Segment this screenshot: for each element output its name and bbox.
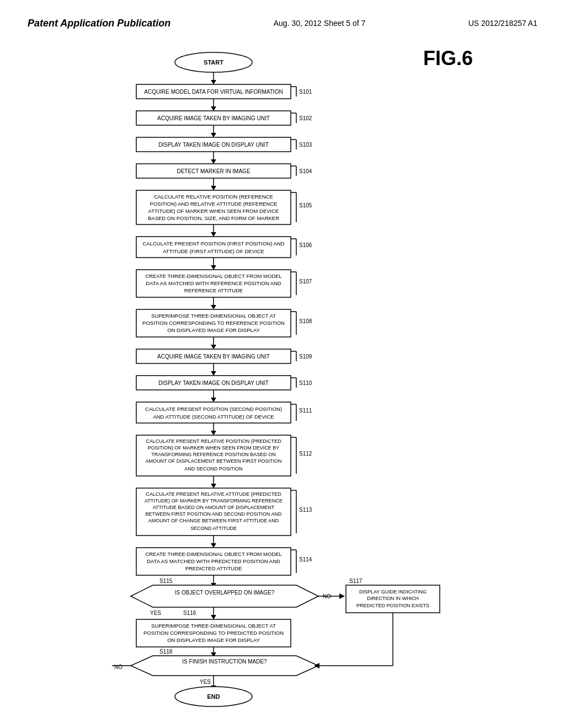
svg-text:DATA AS MATCHED WITH REFERENCE: DATA AS MATCHED WITH REFERENCE POSITION … xyxy=(146,280,281,286)
publication-number: US 2012/218257 A1 xyxy=(468,17,537,28)
svg-text:IS OBJECT OVERLAPPED ON IMAGE?: IS OBJECT OVERLAPPED ON IMAGE? xyxy=(175,590,275,596)
svg-marker-29 xyxy=(211,186,216,190)
svg-text:SUPERIMPOSE THREE-DIMENSIONAL : SUPERIMPOSE THREE-DIMENSIONAL OBJECT AT xyxy=(151,623,276,629)
svg-text:CALCULATE PRESENT RELATIVE POS: CALCULATE PRESENT RELATIVE POSITION (PRE… xyxy=(146,438,281,444)
svg-marker-56 xyxy=(211,305,216,309)
svg-marker-120 xyxy=(131,585,318,607)
svg-text:S115: S115 xyxy=(159,578,173,584)
svg-text:YES: YES xyxy=(150,610,161,616)
svg-text:S110: S110 xyxy=(299,380,312,386)
svg-text:POSITION) OF MARKER WHEN SEEN : POSITION) OF MARKER WHEN SEEN FROM DEVIC… xyxy=(148,445,280,451)
flowchart-svg: START ACQUIRE MODEL DATA FOR VIRTUAL INF… xyxy=(98,47,484,681)
svg-text:S113: S113 xyxy=(299,507,312,513)
svg-text:CALCULATE PRESENT POSITION (SE: CALCULATE PRESENT POSITION (SECOND POSIT… xyxy=(145,406,282,412)
svg-text:CALCULATE PRESENT RELATIVE ATT: CALCULATE PRESENT RELATIVE ATTITUDE (PRE… xyxy=(146,491,281,497)
svg-marker-8 xyxy=(211,106,216,111)
svg-text:S104: S104 xyxy=(299,168,312,174)
svg-text:TRANSFORMING REFERENCE POSITIO: TRANSFORMING REFERENCE POSITION BASED ON xyxy=(151,452,276,457)
svg-text:ATTITUDE BASED ON AMOUNT OF DI: ATTITUDE BASED ON AMOUNT OF DISPLACEMENT xyxy=(153,505,275,510)
fig-label: FIG.6 xyxy=(423,47,473,70)
publication-date-sheet: Aug. 30, 2012 Sheet 5 of 7 xyxy=(274,17,366,28)
svg-text:DATA AS MATCHED WITH PREDICTED: DATA AS MATCHED WITH PREDICTED POSITION … xyxy=(147,558,280,564)
step-s101-label: S101 xyxy=(299,89,312,95)
svg-text:REFERENCE ATTITUDE: REFERENCE ATTITUDE xyxy=(184,287,243,293)
svg-text:S112: S112 xyxy=(299,451,312,457)
svg-marker-72 xyxy=(211,371,216,376)
svg-text:CALCULATE PRESENT POSITION (FI: CALCULATE PRESENT POSITION (FIRST POSITI… xyxy=(142,240,284,247)
svg-text:S114: S114 xyxy=(299,556,312,563)
svg-text:POSITION CORRESPONDING TO REFE: POSITION CORRESPONDING TO REFERENCE POSI… xyxy=(142,320,285,326)
svg-text:ON DISPLAYED IMAGE FOR DISPLAY: ON DISPLAYED IMAGE FOR DISPLAY xyxy=(167,327,260,333)
svg-text:NO: NO xyxy=(114,664,122,670)
svg-marker-110 xyxy=(211,543,216,548)
svg-text:ATTITUDE) OF MARKER BY TRANSFO: ATTITUDE) OF MARKER BY TRANSFORMING REFE… xyxy=(145,498,282,504)
svg-text:IS FINISH INSTRUCTION MADE?: IS FINISH INSTRUCTION MADE? xyxy=(182,659,267,665)
svg-text:ACQUIRE MODEL DATA FOR VIRTUAL: ACQUIRE MODEL DATA FOR VIRTUAL INFORMATI… xyxy=(144,89,282,95)
svg-text:S111: S111 xyxy=(299,408,312,414)
flowchart-area: FIG.6 START ACQUIRE MODEL DATA FOR VIRTU… xyxy=(44,47,537,681)
svg-text:CALCULATE RELATIVE POSITION (R: CALCULATE RELATIVE POSITION (REFERENCE xyxy=(154,194,273,200)
svg-text:S117: S117 xyxy=(349,578,363,584)
svg-text:S118: S118 xyxy=(159,649,173,655)
svg-marker-79 xyxy=(211,398,216,402)
svg-text:CREATE THREE-DIMENSIONAL OBJEC: CREATE THREE-DIMENSIONAL OBJECT FROM MOD… xyxy=(145,551,282,557)
svg-text:SUPERIMPOSE THREE-DIMENSIONAL : SUPERIMPOSE THREE-DIMENSIONAL OBJECT AT xyxy=(151,313,276,319)
svg-marker-22 xyxy=(211,159,216,164)
svg-marker-15 xyxy=(211,133,216,137)
svg-text:DETECT MARKER IN IMAGE: DETECT MARKER IN IMAGE xyxy=(177,168,250,174)
svg-text:YES: YES xyxy=(200,679,211,685)
page-header: Patent Application Publication Aug. 30, … xyxy=(0,0,565,36)
svg-text:AMOUNT OF DISPLACEMENT BETWEEN: AMOUNT OF DISPLACEMENT BETWEEN FIRST POS… xyxy=(145,458,281,464)
svg-text:AMOUNT OF CHANGE BETWEEN FIRST: AMOUNT OF CHANGE BETWEEN FIRST ATTITUDE … xyxy=(148,518,279,523)
svg-text:S108: S108 xyxy=(299,318,312,324)
svg-text:ON DISPLAYED IMAGE FOR DISPLAY: ON DISPLAYED IMAGE FOR DISPLAY xyxy=(167,637,260,643)
svg-marker-125 xyxy=(339,593,345,599)
svg-text:DISPLAY TAKEN IMAGE ON DISPLAY: DISPLAY TAKEN IMAGE ON DISPLAY UNIT xyxy=(158,142,269,148)
svg-text:DISPLAY GUIDE INDICATING: DISPLAY GUIDE INDICATING xyxy=(359,589,427,595)
svg-text:S106: S106 xyxy=(299,242,312,248)
svg-marker-47 xyxy=(211,265,216,270)
svg-text:S105: S105 xyxy=(299,202,312,208)
svg-text:ATTITUDE) OF MARKER WHEN SEEN : ATTITUDE) OF MARKER WHEN SEEN FROM DEVIC… xyxy=(148,208,279,214)
svg-marker-39 xyxy=(211,232,216,237)
svg-text:AND SECOND POSITION: AND SECOND POSITION xyxy=(184,466,243,472)
start-label: START xyxy=(204,59,223,66)
svg-text:CREATE THREE-DIMENSIONAL OBJEC: CREATE THREE-DIMENSIONAL OBJECT FROM MOD… xyxy=(145,273,282,279)
svg-rect-40 xyxy=(136,237,291,258)
svg-text:S107: S107 xyxy=(299,279,312,285)
svg-marker-65 xyxy=(211,345,216,349)
svg-text:S116: S116 xyxy=(183,610,196,616)
svg-text:END: END xyxy=(207,693,220,700)
svg-text:S102: S102 xyxy=(299,115,312,121)
svg-text:ATTITUDE (FIRST ATTITUDE) OF D: ATTITUDE (FIRST ATTITUDE) OF DEVICE xyxy=(163,248,264,254)
svg-marker-134 xyxy=(211,615,216,619)
svg-marker-2 xyxy=(211,80,216,84)
svg-rect-80 xyxy=(136,402,291,423)
svg-text:S109: S109 xyxy=(299,354,312,360)
svg-text:AND ATTITUDE (SECOND ATTITUDE): AND ATTITUDE (SECOND ATTITUDE) OF DEVICE xyxy=(153,414,274,420)
svg-marker-98 xyxy=(211,484,216,488)
publication-title: Patent Application Publication xyxy=(28,17,170,30)
svg-text:POSITION CORRESPONDING TO PRED: POSITION CORRESPONDING TO PREDICTED POSI… xyxy=(143,630,284,636)
svg-text:S103: S103 xyxy=(299,142,312,148)
svg-text:PREDICTED ATTITUDE: PREDICTED ATTITUDE xyxy=(185,565,242,571)
svg-text:SECOND ATTITUDE: SECOND ATTITUDE xyxy=(190,526,237,531)
svg-text:DIRECTION IN WHICH: DIRECTION IN WHICH xyxy=(367,596,419,601)
svg-text:BASED ON POSITION, SIZE, AND F: BASED ON POSITION, SIZE, AND FORM OF MAR… xyxy=(148,215,279,221)
main-content: FIG.6 START ACQUIRE MODEL DATA FOR VIRTU… xyxy=(0,36,565,698)
svg-text:DISPLAY TAKEN IMAGE ON DISPLAY: DISPLAY TAKEN IMAGE ON DISPLAY UNIT xyxy=(158,380,269,386)
svg-text:ACQUIRE IMAGE TAKEN BY IMAGING: ACQUIRE IMAGE TAKEN BY IMAGING UNIT xyxy=(157,354,270,360)
svg-marker-87 xyxy=(211,431,216,435)
svg-text:PREDICTED POSITION EXISTS: PREDICTED POSITION EXISTS xyxy=(356,603,429,608)
svg-text:BETWEEN FIRST POSITION AND SEC: BETWEEN FIRST POSITION AND SECOND POSITI… xyxy=(146,511,282,517)
svg-text:ACQUIRE IMAGE TAKEN BY IMAGING: ACQUIRE IMAGE TAKEN BY IMAGING UNIT xyxy=(157,115,270,121)
svg-text:POSITION) AND RELATIVE ATTITUD: POSITION) AND RELATIVE ATTITUDE (REFEREN… xyxy=(150,201,278,207)
